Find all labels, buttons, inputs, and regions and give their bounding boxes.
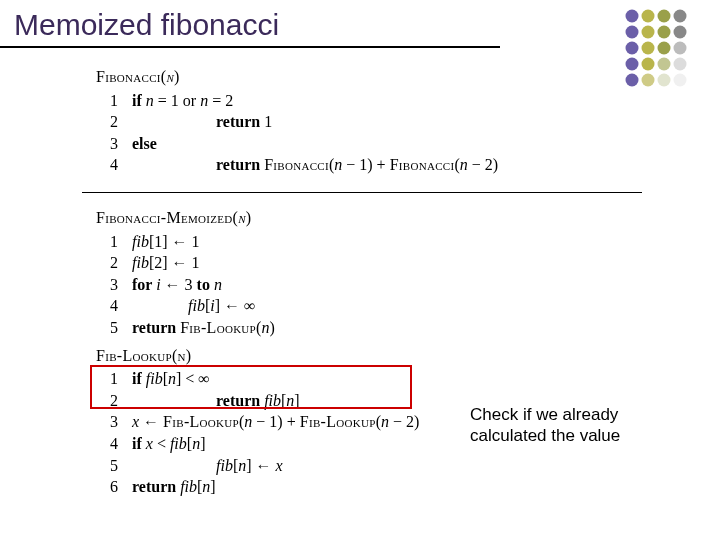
code-line: 3for i ← 3 to n [96, 274, 720, 296]
annotation-text: Check if we already calculated the value [470, 404, 670, 447]
algo-title: Fibonacci-Memoized(n) [96, 207, 720, 229]
code-line: 1fib[1] ← 1 [96, 231, 720, 253]
svg-point-6 [642, 26, 655, 39]
title-bar: Memoized fibonacci [0, 0, 500, 48]
line-number: 3 [96, 274, 118, 296]
svg-point-1 [626, 26, 639, 39]
line-number: 1 [96, 90, 118, 112]
code-text: return Fibonacci(n − 1) + Fibonacci(n − … [132, 154, 498, 176]
code-text: fib[2] ← 1 [132, 252, 200, 274]
code-line: 3else [96, 133, 720, 155]
line-number: 4 [96, 154, 118, 176]
code-line: 2return 1 [96, 111, 720, 133]
slide-title: Memoized fibonacci [14, 8, 486, 42]
code-text: return fib[n] [132, 390, 300, 412]
code-line: 4return Fibonacci(n − 1) + Fibonacci(n −… [96, 154, 720, 176]
line-number: 4 [96, 433, 118, 455]
code-text: if n = 1 or n = 2 [132, 90, 233, 112]
svg-point-3 [626, 58, 639, 71]
code-line: 6return fib[n] [96, 476, 720, 498]
line-number: 2 [96, 252, 118, 274]
code-line: 1if fib[n] < ∞ [96, 368, 720, 390]
line-number: 2 [96, 111, 118, 133]
line-number: 3 [96, 411, 118, 433]
code-text: fib[n] ← x [132, 455, 283, 477]
svg-point-14 [658, 74, 671, 87]
code-line: 5return Fib-Lookup(n) [96, 317, 720, 339]
code-text: return Fib-Lookup(n) [132, 317, 275, 339]
code-line: 4fib[i] ← ∞ [96, 295, 720, 317]
line-number: 2 [96, 390, 118, 412]
svg-point-18 [674, 58, 687, 71]
svg-point-0 [626, 10, 639, 23]
algo-title: Fib-Lookup(n) [96, 345, 720, 367]
line-number: 1 [96, 368, 118, 390]
code-text: if x < fib[n] [132, 433, 205, 455]
divider [82, 192, 642, 193]
code-text: fib[1] ← 1 [132, 231, 200, 253]
svg-point-19 [674, 74, 687, 87]
algo-body: 1if n = 1 or n = 22return 13else4return … [96, 90, 720, 176]
svg-point-2 [626, 42, 639, 55]
svg-point-13 [658, 58, 671, 71]
code-text: else [132, 133, 157, 155]
code-text: return 1 [132, 111, 272, 133]
code-line: 2fib[2] ← 1 [96, 252, 720, 274]
svg-point-16 [674, 26, 687, 39]
svg-point-8 [642, 58, 655, 71]
svg-point-11 [658, 26, 671, 39]
algo-fibonacci-memoized: Fibonacci-Memoized(n) 1fib[1] ← 12fib[2]… [96, 207, 720, 339]
line-number: 1 [96, 231, 118, 253]
svg-point-15 [674, 10, 687, 23]
code-text: x ← Fib-Lookup(n − 1) + Fib-Lookup(n − 2… [132, 411, 419, 433]
svg-point-10 [658, 10, 671, 23]
dot-logo [622, 6, 702, 98]
algo-body: 1fib[1] ← 12fib[2] ← 13for i ← 3 to n4fi… [96, 231, 720, 339]
code-text: fib[i] ← ∞ [132, 295, 255, 317]
svg-point-12 [658, 42, 671, 55]
svg-point-7 [642, 42, 655, 55]
code-text: for i ← 3 to n [132, 274, 222, 296]
line-number: 5 [96, 317, 118, 339]
line-number: 3 [96, 133, 118, 155]
svg-point-17 [674, 42, 687, 55]
line-number: 6 [96, 476, 118, 498]
line-number: 4 [96, 295, 118, 317]
code-text: return fib[n] [132, 476, 216, 498]
svg-point-5 [642, 10, 655, 23]
code-line: 5fib[n] ← x [96, 455, 720, 477]
line-number: 5 [96, 455, 118, 477]
svg-point-9 [642, 74, 655, 87]
svg-point-4 [626, 74, 639, 87]
code-text: if fib[n] < ∞ [132, 368, 210, 390]
